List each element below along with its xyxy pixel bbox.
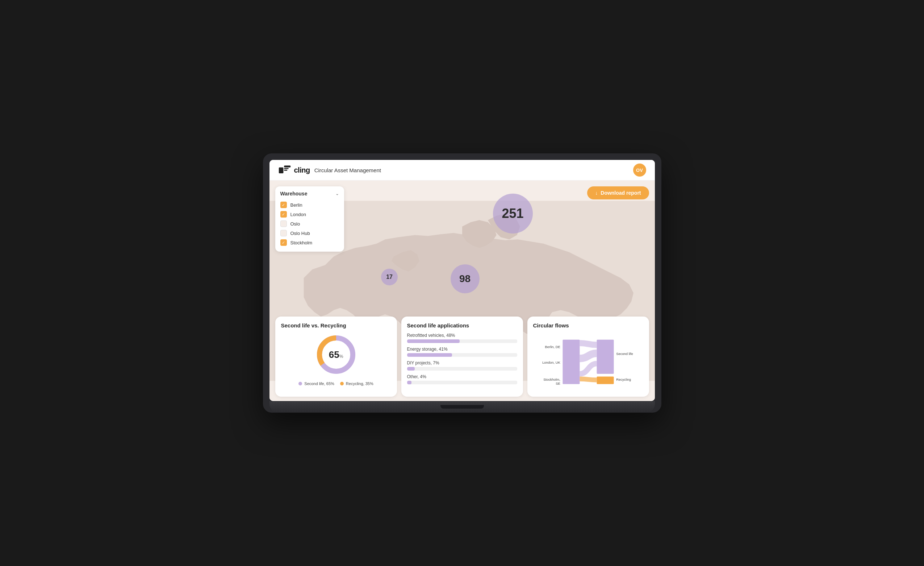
warehouse-item-label: Berlin [291, 202, 303, 208]
warehouse-items-list: ✓Berlin✓LondonOsloOslo Hub✓Stockholm [280, 200, 339, 247]
svg-text:Berlin, DE: Berlin, DE [545, 345, 560, 349]
bar-fill [407, 353, 452, 357]
bar-track [407, 367, 517, 370]
second-life-chart-card: Second life vs. Recycling [275, 316, 397, 397]
main-content: Warehouse ⌄ ✓Berlin✓LondonOsloOslo Hub✓S… [270, 181, 655, 401]
download-report-button[interactable]: ↓ Download report [587, 187, 649, 199]
checkbox-icon: ✓ [280, 239, 287, 246]
legend-row: Second life, 65%Recycling, 35% [298, 381, 373, 386]
bar-track [407, 339, 517, 343]
laptop-notch [441, 405, 484, 409]
dropdown-header[interactable]: Warehouse ⌄ [280, 191, 339, 197]
screen: cling Circular Asset Management OV [270, 160, 655, 401]
app-title: Circular Asset Management [314, 167, 381, 173]
chevron-down-icon: ⌄ [335, 191, 339, 196]
warehouse-item-label: Oslo Hub [291, 230, 310, 236]
download-label: Download report [600, 190, 641, 196]
svg-text:Recycling: Recycling [616, 378, 631, 381]
checkbox-icon [280, 230, 287, 236]
logo: cling [278, 164, 310, 176]
map-bubble: 251 [493, 194, 533, 233]
circular-flows-title: Circular flows [533, 322, 643, 328]
donut-container: 65% Second life, 65%Recycling, 35% [281, 333, 391, 386]
bar-item: Energy storage, 41% [407, 347, 517, 357]
bar-list: Retrofitted vehicles, 48%Energy storage,… [407, 333, 517, 384]
legend-item: Second life, 65% [298, 381, 334, 386]
donut-unit: % [339, 354, 344, 359]
warehouse-item-label: London [291, 212, 306, 217]
legend-label: Recycling, 35% [346, 381, 374, 386]
svg-text:SE: SE [556, 381, 560, 385]
applications-chart-card: Second life applications Retrofitted veh… [401, 316, 523, 397]
bar-item: DIY projects, 7% [407, 360, 517, 370]
bar-fill [407, 367, 415, 370]
bar-fill [407, 339, 460, 343]
donut-value: 65 [329, 349, 339, 360]
charts-row: Second life vs. Recycling [270, 312, 655, 401]
donut-center: 65% [329, 349, 344, 360]
bar-label: Retrofitted vehicles, 48% [407, 333, 517, 338]
bar-label: Energy storage, 41% [407, 347, 517, 352]
checkbox-icon [280, 220, 287, 227]
warehouse-item[interactable]: ✓Berlin [280, 200, 339, 209]
warehouse-item[interactable]: ✓Stockholm [280, 238, 339, 247]
bar-label: Other, 4% [407, 374, 517, 379]
logo-text: cling [294, 166, 310, 175]
checkbox-icon: ✓ [280, 211, 287, 218]
circular-flows-card: Circular flows Berlin, DE London, UK Sto… [527, 316, 649, 397]
legend-label: Second life, 65% [304, 381, 334, 386]
sankey-container: Berlin, DE London, UK Stockholm, SE Seco… [533, 333, 643, 391]
svg-rect-14 [597, 340, 614, 374]
map-bubble: 17 [381, 269, 398, 285]
warehouse-item-label: Stockholm [291, 240, 313, 245]
bar-item: Other, 4% [407, 374, 517, 384]
dropdown-title: Warehouse [280, 191, 308, 197]
second-life-title: Second life vs. Recycling [281, 322, 391, 328]
sankey-svg: Berlin, DE London, UK Stockholm, SE Seco… [533, 333, 643, 391]
svg-text:London, UK: London, UK [542, 360, 560, 364]
svg-rect-13 [562, 340, 579, 384]
app-header: cling Circular Asset Management OV [270, 160, 655, 181]
logo-icon [278, 164, 291, 176]
warehouse-item[interactable]: Oslo [280, 219, 339, 229]
svg-text:Stockholm,: Stockholm, [543, 378, 560, 381]
svg-rect-15 [597, 376, 614, 384]
donut-wrapper: 65% [314, 333, 358, 376]
legend-item: Recycling, 35% [340, 381, 374, 386]
map-bubble: 98 [451, 264, 480, 294]
warehouse-item[interactable]: ✓London [280, 209, 339, 219]
svg-rect-2 [284, 168, 289, 169]
svg-rect-1 [284, 166, 291, 167]
applications-title: Second life applications [407, 322, 517, 328]
user-avatar[interactable]: OV [633, 164, 646, 176]
legend-dot [340, 382, 344, 385]
legend-dot [298, 382, 302, 385]
laptop-frame: cling Circular Asset Management OV [263, 154, 662, 412]
laptop-base [270, 401, 655, 412]
warehouse-dropdown: Warehouse ⌄ ✓Berlin✓LondonOsloOslo Hub✓S… [275, 187, 344, 251]
bar-track [407, 353, 517, 357]
bar-track [407, 381, 517, 384]
checkbox-icon: ✓ [280, 202, 287, 208]
download-icon: ↓ [595, 190, 598, 196]
bar-fill [407, 381, 411, 384]
bar-label: DIY projects, 7% [407, 360, 517, 366]
svg-rect-0 [279, 167, 283, 173]
warehouse-item-label: Oslo [291, 221, 300, 227]
svg-text:Second life: Second life [616, 352, 633, 356]
warehouse-item[interactable]: Oslo Hub [280, 229, 339, 238]
svg-rect-3 [284, 170, 287, 171]
bar-item: Retrofitted vehicles, 48% [407, 333, 517, 343]
